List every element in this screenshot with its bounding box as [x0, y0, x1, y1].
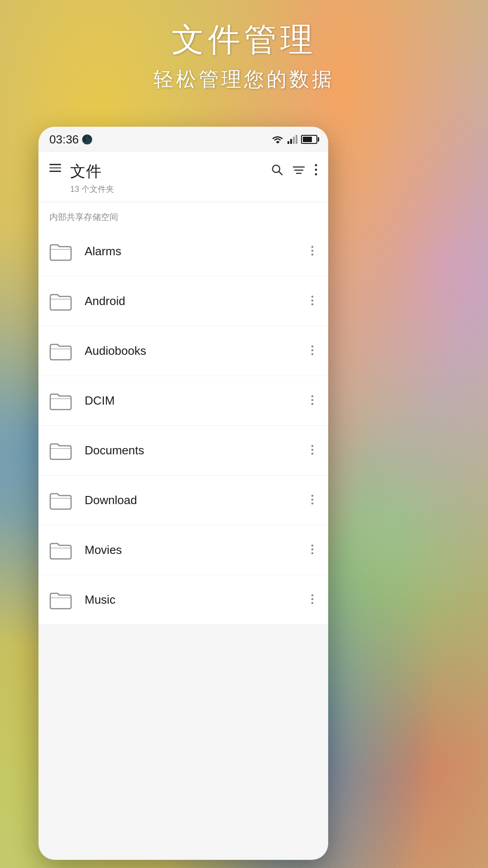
file-item[interactable]: Music [38, 575, 328, 625]
folder-count: 13 个文件夹 [70, 184, 114, 195]
app-title: 文件 [70, 161, 114, 182]
file-name: Music [85, 593, 307, 607]
svg-point-25 [311, 445, 314, 447]
svg-point-13 [311, 246, 314, 248]
wifi-icon [271, 135, 284, 144]
clock-icon: 🌑 [81, 134, 93, 145]
file-list: Alarms Android Audiobooks [38, 227, 328, 625]
svg-rect-4 [296, 135, 297, 144]
svg-point-32 [311, 548, 314, 550]
svg-point-30 [311, 502, 314, 505]
item-more-button[interactable] [307, 441, 317, 460]
svg-point-18 [311, 303, 314, 305]
file-item[interactable]: Download [38, 476, 328, 525]
file-name: Download [85, 493, 307, 507]
folder-icon [49, 242, 72, 261]
svg-rect-1 [287, 141, 289, 144]
status-bar: 03:36 🌑 [38, 127, 328, 152]
svg-line-6 [279, 172, 282, 175]
header-title: 文件管理 [0, 18, 488, 62]
file-item[interactable]: Documents [38, 426, 328, 476]
svg-rect-3 [293, 137, 295, 144]
item-more-button[interactable] [307, 242, 317, 261]
svg-point-27 [311, 453, 314, 455]
svg-point-12 [315, 173, 317, 176]
hamburger-button[interactable] [49, 164, 61, 172]
header-subtitle: 轻松管理您的数据 [0, 66, 488, 93]
file-item[interactable]: Alarms [38, 227, 328, 277]
file-name: DCIM [85, 394, 307, 408]
file-name: Movies [85, 543, 307, 557]
file-item[interactable]: Audiobooks [38, 326, 328, 376]
item-more-button[interactable] [307, 391, 317, 410]
svg-point-34 [311, 594, 314, 596]
svg-point-21 [311, 353, 314, 355]
svg-point-28 [311, 495, 314, 497]
svg-point-10 [315, 164, 317, 167]
folder-icon [49, 292, 72, 311]
signal-icon [287, 135, 297, 144]
svg-point-19 [311, 345, 314, 348]
file-name: Android [85, 294, 307, 308]
search-button[interactable] [271, 164, 283, 179]
folder-icon [49, 441, 72, 460]
battery-icon [301, 135, 317, 144]
svg-point-29 [311, 498, 314, 501]
svg-point-0 [277, 141, 279, 143]
svg-point-33 [311, 552, 314, 554]
status-icons [271, 135, 317, 144]
svg-point-35 [311, 598, 314, 600]
battery-fill [303, 137, 312, 142]
file-item[interactable]: Android [38, 277, 328, 326]
svg-point-22 [311, 395, 314, 397]
file-item[interactable]: Movies [38, 525, 328, 575]
svg-point-17 [311, 299, 314, 301]
svg-point-11 [315, 169, 317, 171]
app-bar: 文件 13 个文件夹 [38, 152, 328, 202]
status-time: 03:36 [49, 133, 79, 147]
svg-point-26 [311, 448, 314, 451]
folder-icon [49, 541, 72, 560]
svg-rect-2 [290, 139, 292, 144]
item-more-button[interactable] [307, 591, 317, 610]
file-item[interactable]: DCIM [38, 376, 328, 426]
item-more-button[interactable] [307, 541, 317, 560]
hamburger-icon [49, 164, 61, 172]
svg-point-20 [311, 349, 314, 351]
file-name: Audiobooks [85, 344, 307, 358]
header-section: 文件管理 轻松管理您的数据 [0, 18, 488, 93]
svg-point-16 [311, 296, 314, 298]
file-name: Alarms [85, 244, 307, 258]
sort-button[interactable] [293, 164, 305, 178]
item-more-button[interactable] [307, 491, 317, 510]
file-name: Documents [85, 444, 307, 458]
folder-icon [49, 342, 72, 361]
svg-point-14 [311, 249, 314, 252]
svg-point-31 [311, 544, 314, 547]
more-button[interactable] [315, 164, 317, 179]
svg-point-36 [311, 602, 314, 604]
svg-point-15 [311, 253, 314, 256]
svg-point-24 [311, 403, 314, 405]
folder-icon [49, 391, 72, 410]
phone-frame: 03:36 🌑 [38, 127, 328, 860]
folder-icon [49, 591, 72, 610]
storage-label: 内部共享存储空间 [38, 202, 328, 227]
folder-icon [49, 491, 72, 510]
item-more-button[interactable] [307, 342, 317, 361]
svg-point-23 [311, 399, 314, 401]
item-more-button[interactable] [307, 292, 317, 311]
